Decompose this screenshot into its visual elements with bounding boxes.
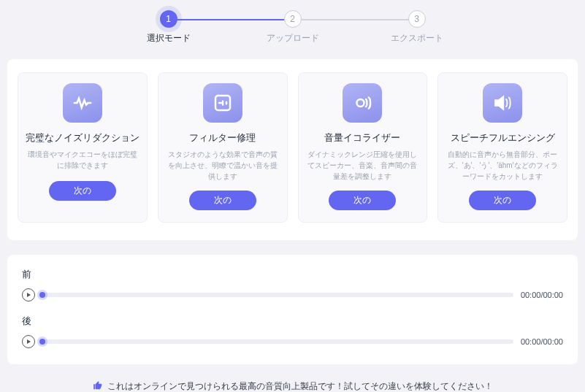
- thumbs-up-icon: [93, 380, 103, 392]
- card-title: 音量イコライザー: [324, 131, 400, 145]
- card-title: フィルター修理: [189, 131, 256, 145]
- audio-track-before[interactable]: [42, 293, 513, 297]
- speaker-icon: [483, 83, 522, 123]
- step-3[interactable]: 3 エクスポート: [355, 10, 479, 45]
- card-title: スピーチフルエンシング: [451, 131, 555, 145]
- card-desc: スタジオのような効果で音声の質を向上させ、明瞭で温かい音を提供します: [164, 149, 281, 182]
- footer-testimonial: これはオンラインで見つけられる最高の音質向上製品です！試してその違いを体験してく…: [0, 364, 585, 392]
- card-filter-repair: フィルター修理 スタジオのような効果で音声の質を向上させ、明瞭で温かい音を提供し…: [158, 72, 288, 223]
- audio-time-after: 00:00/00:00: [521, 337, 563, 346]
- footer-text: これはオンラインで見つけられる最高の音質向上製品です！試してその違いを体験してく…: [107, 380, 493, 392]
- audio-track-after[interactable]: [42, 339, 513, 344]
- audio-after-section: 後 00:00/00:00: [22, 315, 563, 348]
- audio-thumb[interactable]: [39, 339, 45, 345]
- waveform-icon: [63, 83, 102, 123]
- card-desc: ダイナミックレンジ圧縮を使用してスピーカー、音楽、音声間の音量差を調整します: [305, 149, 421, 182]
- audio-before-label: 前: [22, 268, 563, 281]
- audio-time-before: 00:00/00:00: [521, 291, 563, 299]
- audio-thumb[interactable]: [39, 292, 45, 298]
- mode-cards-panel: 完璧なノイズリダクション 環境音やマイクエコーをほぼ完璧に排除できます 次の フ…: [7, 59, 578, 240]
- filter-icon: [203, 83, 242, 123]
- next-button[interactable]: 次の: [49, 181, 116, 201]
- next-button[interactable]: 次の: [469, 191, 536, 210]
- step-1[interactable]: 1 選択モード: [107, 10, 231, 45]
- audio-after-label: 後: [22, 315, 563, 328]
- audio-preview-panel: 前 00:00/00:00 後 00:00/00:00: [7, 255, 578, 364]
- card-speech-fluencing: スピーチフルエンシング 自動的に音声から無音部分、ポーズ、'あ'、'う'、'äh…: [437, 72, 567, 223]
- step-label: 選択モード: [147, 32, 191, 45]
- play-button-before[interactable]: [22, 288, 35, 301]
- next-button[interactable]: 次の: [189, 191, 256, 210]
- play-button-after[interactable]: [22, 335, 35, 348]
- step-label: アップロード: [267, 32, 319, 45]
- next-button[interactable]: 次の: [329, 191, 396, 210]
- step-number: 1: [160, 10, 177, 28]
- svg-point-1: [357, 99, 364, 107]
- step-number: 2: [284, 10, 302, 28]
- card-volume-equalizer: 音量イコライザー ダイナミックレンジ圧縮を使用してスピーカー、音楽、音声間の音量…: [298, 72, 428, 223]
- stepper: 1 選択モード 2 アップロード 3 エクスポート: [0, 0, 585, 52]
- step-2[interactable]: 2 アップロード: [231, 10, 355, 45]
- step-number: 3: [408, 10, 426, 28]
- card-desc: 自動的に音声から無音部分、ポーズ、'あ'、'う'、'ähm'などのフィラーワード…: [444, 149, 561, 182]
- card-desc: 環境音やマイクエコーをほぼ完璧に排除できます: [24, 149, 141, 172]
- card-noise-reduction: 完璧なノイズリダクション 環境音やマイクエコーをほぼ完璧に排除できます 次の: [18, 72, 148, 223]
- equalizer-icon: [343, 83, 382, 123]
- card-title: 完璧なノイズリダクション: [26, 131, 139, 145]
- step-label: エクスポート: [391, 32, 443, 45]
- audio-before-section: 前 00:00/00:00: [22, 268, 563, 301]
